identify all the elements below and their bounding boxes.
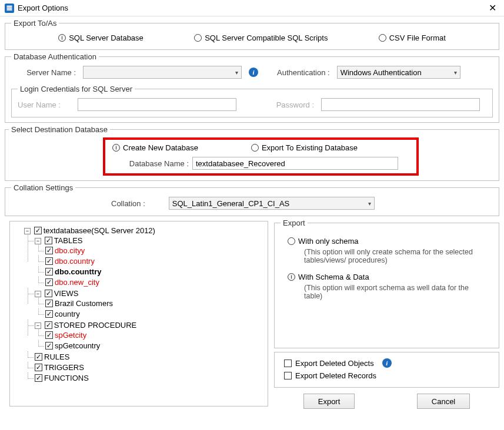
tree-item[interactable]: Brazil Customers xyxy=(55,299,113,308)
object-tree[interactable]: − textdatabasee(SQL Server 2012) − TABLE… xyxy=(9,221,268,407)
collation-label: Collation : xyxy=(111,199,145,208)
tree-check-rules[interactable] xyxy=(35,353,42,361)
collation-group: Collation Settings Collation : SQL_Latin… xyxy=(5,183,499,216)
radio-schema-data[interactable]: With Schema & Data xyxy=(288,273,369,281)
db-auth-legend: Database Authentication xyxy=(11,52,99,61)
tree-check[interactable] xyxy=(45,310,53,318)
tree-check-functions[interactable] xyxy=(35,374,42,382)
only-schema-desc: (This option will only create schema for… xyxy=(304,248,486,264)
radio-sql-server-db[interactable]: SQL Server Database xyxy=(58,33,143,42)
window-title: Export Options xyxy=(18,4,485,12)
tree-check[interactable] xyxy=(45,331,53,339)
tree-item[interactable]: dbo.new_city xyxy=(55,278,99,287)
export-button[interactable]: Export xyxy=(303,394,355,409)
tree-rules-label: RULES xyxy=(44,352,69,361)
tree-check[interactable] xyxy=(45,278,53,286)
info-icon[interactable]: i xyxy=(249,68,258,77)
dest-db-group: Select Destination Database Create New D… xyxy=(5,125,499,181)
export-deleted-objects-label: Export Deleted Objects xyxy=(295,359,374,368)
app-icon xyxy=(5,4,14,13)
tree-sp-label: STORED PROCEDURE xyxy=(54,321,137,330)
export-mode-group: Export With only schema (This option wil… xyxy=(274,219,499,348)
tree-functions-label: FUNCTIONS xyxy=(44,374,89,382)
radio-export-existing[interactable]: Export To Existing Database xyxy=(251,143,358,152)
export-deleted-group: Export Deleted Objects i Export Deleted … xyxy=(274,352,499,388)
server-name-label: Server Name : xyxy=(11,68,76,77)
db-name-label: Database Name : xyxy=(112,159,189,168)
export-deleted-records-label: Export Deleted Records xyxy=(295,371,376,380)
tree-item[interactable]: spGetcountry xyxy=(55,341,100,350)
tree-check[interactable] xyxy=(45,342,53,350)
dest-db-highlight: Create New Database Export To Existing D… xyxy=(103,137,419,176)
check-export-deleted-objects[interactable] xyxy=(284,360,292,367)
radio-only-schema[interactable]: With only schema xyxy=(288,237,359,246)
auth-label: Authentication : xyxy=(277,68,330,77)
tree-check-sp[interactable] xyxy=(45,321,52,329)
tree-tables-label: TABLES xyxy=(54,236,83,245)
db-name-input[interactable] xyxy=(192,157,398,170)
schema-data-desc: (This option will export schema as well … xyxy=(304,284,486,300)
login-legend: Login Credentials for SQL Server xyxy=(18,85,135,93)
tree-item[interactable]: spGetcity xyxy=(55,331,86,340)
tree-item[interactable]: country xyxy=(55,310,80,318)
password-label: Password : xyxy=(243,100,314,109)
tree-collapse-icon[interactable]: − xyxy=(35,238,41,244)
server-name-select[interactable]: ▾ xyxy=(83,66,242,79)
info-icon[interactable]: i xyxy=(382,358,392,368)
radio-csv[interactable]: CSV File Format xyxy=(379,33,446,42)
tree-views-label: VIEWS xyxy=(54,289,79,298)
tree-check[interactable] xyxy=(45,257,53,265)
titlebar: Export Options ✕ xyxy=(0,0,504,16)
check-export-deleted-records[interactable] xyxy=(284,372,292,379)
collation-legend: Collation Settings xyxy=(11,183,75,192)
tree-check[interactable] xyxy=(45,268,53,276)
tree-check[interactable] xyxy=(45,247,53,254)
tree-check[interactable] xyxy=(45,300,53,307)
tree-item[interactable]: dbo.counttry xyxy=(55,267,101,276)
tree-collapse-icon[interactable]: − xyxy=(24,228,31,234)
password-input[interactable] xyxy=(321,98,480,111)
tree-check-views[interactable] xyxy=(45,290,52,297)
username-input[interactable] xyxy=(78,98,236,111)
tree-check-triggers[interactable] xyxy=(35,364,42,371)
close-icon[interactable]: ✕ xyxy=(485,2,499,14)
tree-item[interactable]: dbo.country xyxy=(55,257,95,266)
db-auth-group: Database Authentication Server Name : ▾ … xyxy=(5,52,499,123)
username-label: User Name : xyxy=(18,100,71,109)
export-to-as-group: Export To/As SQL Server Database SQL Ser… xyxy=(5,19,499,50)
tree-item[interactable]: dbo.cityy xyxy=(55,246,85,255)
tree-collapse-icon[interactable]: − xyxy=(35,291,41,297)
radio-sql-scripts[interactable]: SQL Server Compatible SQL Scripts xyxy=(194,33,328,42)
radio-create-new-db[interactable]: Create New Database xyxy=(112,143,198,152)
cancel-button[interactable]: Cancel xyxy=(417,394,470,409)
tree-triggers-label: TRIGGERS xyxy=(44,363,84,372)
tree-collapse-icon[interactable]: − xyxy=(35,322,41,329)
tree-root-label: textdatabasee(SQL Server 2012) xyxy=(44,226,155,235)
export-mode-legend: Export xyxy=(281,219,308,227)
tree-check-tables[interactable] xyxy=(45,237,52,244)
tree-check-root[interactable] xyxy=(34,227,42,234)
chevron-down-icon: ▾ xyxy=(454,69,457,76)
dest-db-legend: Select Destination Database xyxy=(9,125,110,134)
login-group: Login Credentials for SQL Server User Na… xyxy=(11,85,493,117)
chevron-down-icon: ▾ xyxy=(368,200,371,207)
collation-select[interactable]: SQL_Latin1_General_CP1_CI_AS▾ xyxy=(169,197,375,210)
export-to-as-legend: Export To/As xyxy=(11,19,59,28)
auth-select[interactable]: Windows Authentication▾ xyxy=(337,66,460,79)
chevron-down-icon: ▾ xyxy=(235,69,238,76)
